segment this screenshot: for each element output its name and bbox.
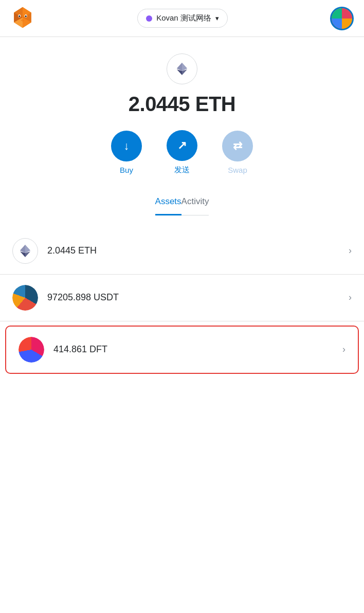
asset-list: 2.0445 ETH › 97205.898 USDT › 414.861 DF… (0, 228, 364, 374)
buy-button[interactable]: ↓ Buy (111, 131, 142, 174)
send-label: 发送 (174, 165, 190, 175)
main-content: 2.0445 ETH ↓ Buy ↗ 发送 ⇄ (0, 37, 364, 613)
buy-label: Buy (120, 166, 133, 174)
asset-item-eth[interactable]: 2.0445 ETH › (0, 228, 364, 275)
eth-asset-name: 2.0445 ETH (47, 245, 349, 256)
network-selector[interactable]: Kovan 测试网络 ▾ (137, 9, 228, 28)
swap-label: Swap (228, 166, 247, 174)
chevron-right-icon: › (349, 292, 352, 303)
chevron-right-icon: › (349, 245, 352, 256)
swap-button[interactable]: ⇄ Swap (222, 131, 253, 174)
action-buttons: ↓ Buy ↗ 发送 ⇄ Swap (111, 130, 253, 175)
swap-icon: ⇄ (233, 139, 242, 153)
network-name: Kovan 测试网络 (156, 13, 211, 23)
metamask-logo (10, 5, 35, 32)
avatar-inner (332, 8, 352, 29)
balance-section: 2.0445 ETH ↓ Buy ↗ 发送 ⇄ (0, 37, 364, 228)
asset-item-dft[interactable]: 414.861 DFT › (5, 326, 359, 374)
send-icon-circle: ↗ (167, 130, 197, 161)
swap-icon-circle: ⇄ (222, 131, 253, 161)
dft-asset-icon (19, 337, 44, 363)
chevron-right-icon: › (342, 344, 345, 355)
svg-marker-21 (20, 245, 30, 253)
svg-marker-16 (177, 63, 187, 71)
chevron-down-icon: ▾ (215, 14, 219, 22)
eth-logo-circle (167, 53, 197, 84)
send-button[interactable]: ↗ 发送 (167, 130, 197, 175)
header: Kovan 测试网络 ▾ (0, 0, 364, 37)
balance-amount: 2.0445 ETH (129, 93, 235, 116)
eth-asset-icon (12, 238, 38, 264)
tab-activity[interactable]: Activity (181, 189, 209, 215)
svg-point-10 (25, 15, 27, 17)
svg-point-9 (19, 15, 20, 17)
download-icon: ↓ (124, 139, 130, 153)
tab-assets[interactable]: Assets (155, 189, 181, 215)
avatar[interactable] (330, 7, 354, 30)
arrow-up-right-icon: ↗ (177, 139, 187, 152)
dft-asset-name: 414.861 DFT (53, 344, 342, 355)
asset-item-usdt[interactable]: 97205.898 USDT › (0, 275, 364, 321)
tabs: Assets Activity (155, 189, 209, 215)
buy-icon-circle: ↓ (111, 131, 142, 161)
network-dot (146, 15, 152, 22)
usdt-asset-icon (12, 285, 38, 311)
usdt-asset-name: 97205.898 USDT (47, 292, 349, 303)
